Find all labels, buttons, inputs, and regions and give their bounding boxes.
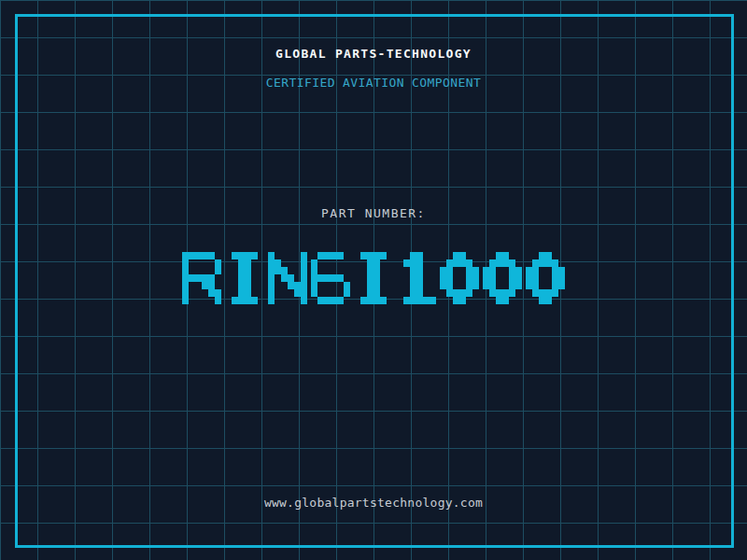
part-number-char bbox=[354, 252, 393, 304]
part-number-char bbox=[440, 252, 479, 304]
part-number-char bbox=[268, 252, 307, 304]
part-number-char bbox=[397, 252, 436, 304]
part-number-char bbox=[526, 252, 565, 304]
website-url: www.globalpartstechnology.com bbox=[0, 496, 747, 510]
part-certificate-screen: GLOBAL PARTS-TECHNOLOGY CERTIFIED AVIATI… bbox=[0, 0, 747, 560]
part-number-display bbox=[0, 252, 747, 304]
part-number-char bbox=[311, 252, 350, 304]
part-number-label: PART NUMBER: bbox=[0, 206, 747, 220]
certification-label: CERTIFIED AVIATION COMPONENT bbox=[0, 76, 747, 90]
part-number-char bbox=[182, 252, 221, 304]
part-number-char bbox=[225, 252, 264, 304]
part-number-char bbox=[483, 252, 522, 304]
company-name: GLOBAL PARTS-TECHNOLOGY bbox=[0, 47, 747, 61]
